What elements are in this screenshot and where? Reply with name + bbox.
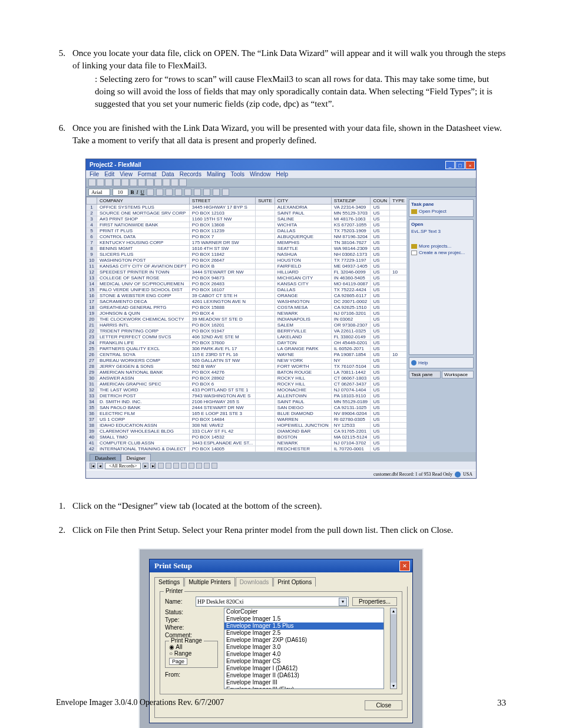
table-row[interactable]: 5PRINT IT PLUSPO BOX 11239DALLASTX 75203…	[87, 228, 407, 234]
table-row[interactable]: 28JERRY GEIGEN & SONS562 B WAYFORT WORTH…	[87, 364, 407, 370]
table-row[interactable]: 3A#3 PRINT SHOP1160 15TH ST NWSALINEMI 4…	[87, 216, 407, 222]
menu-file[interactable]: File	[90, 171, 99, 177]
table-row[interactable]: 30ANSWER ASSNPO BOX 28902ROCKY HILLCT 06…	[87, 375, 407, 381]
col-header[interactable]	[87, 197, 97, 205]
printer-option[interactable]: ColorCopier	[224, 608, 384, 615]
table-row[interactable]: 12SPEEDIEST PRINTER IN TOWN3444 STEWART …	[87, 269, 407, 275]
menu-records[interactable]: Records	[180, 171, 201, 177]
table-row[interactable]: 15PALO VERDE UNIFIED SCHOOL DISTPO BOX 1…	[87, 287, 407, 293]
menu-data[interactable]: Data	[162, 171, 174, 177]
nav-icon[interactable]	[189, 463, 194, 469]
toolbar-icon[interactable]	[175, 189, 182, 196]
table-row[interactable]: 17SACRAMENTO DECA4261 LEXINGTON AVE NWAS…	[87, 299, 407, 305]
col-header[interactable]: TYPE	[390, 197, 406, 205]
table-row[interactable]: 22TRIDENT PRINTING CORPPO BOX 91947BERRY…	[87, 328, 407, 334]
scrollbar[interactable]: ▴▾	[390, 608, 397, 689]
taskpane-tab[interactable]: Task pane	[409, 371, 441, 378]
printer-option[interactable]: Envelope Imager 2.5	[224, 630, 384, 637]
nav-icon[interactable]	[211, 463, 217, 469]
printer-option[interactable]: Envelope Imager 3.0	[224, 644, 384, 651]
nav-last[interactable]: ▸|	[150, 463, 156, 469]
toolbar-icon[interactable]	[113, 179, 121, 186]
dropdown-arrow-icon[interactable]: ▾	[339, 598, 347, 606]
menu-window[interactable]: Window	[250, 171, 271, 177]
toolbar-icon[interactable]	[184, 189, 191, 196]
toolbar-icon[interactable]	[121, 179, 129, 186]
table-row[interactable]: 11KANSAS CITY CITY OF AVIATION DEPTPO BO…	[87, 263, 407, 269]
printer-option[interactable]: Envelope Imager 1.5 Plus	[224, 622, 384, 630]
printer-option[interactable]: Envelope Imager II (DA613)	[224, 672, 384, 679]
table-row[interactable]: 19JOHNSON & QUINPO BOX 4NEWARKNJ 07106-3…	[87, 311, 407, 317]
toolbar-icon[interactable]	[222, 189, 229, 196]
datasheet-tab[interactable]: Datasheet	[90, 454, 121, 462]
table-row[interactable]: 14MEDICAL UNIV OF SC/PROCUREMENPO BOX 26…	[87, 281, 407, 287]
col-header[interactable]: SUITE	[256, 197, 275, 205]
more-projects[interactable]: More projects...	[411, 243, 471, 249]
toolbar-icon[interactable]	[105, 179, 113, 186]
toolbar-icon[interactable]	[156, 189, 163, 196]
col-header[interactable]: COUN	[371, 197, 390, 205]
recent-project[interactable]: EvL.SP Text 3	[411, 228, 471, 235]
table-row[interactable]: 39CLAREMONT WHOLESALE BLDG333 CLAY ST FL…	[87, 429, 407, 434]
nav-next[interactable]: ▸	[143, 463, 148, 469]
menu-help[interactable]: Help	[276, 171, 289, 177]
table-row[interactable]: 23LETTER PERFECT COMM SVCS406 32ND AVE S…	[87, 334, 407, 340]
close-button[interactable]: ×	[465, 161, 475, 169]
col-header[interactable]: STATEZIP	[331, 197, 371, 205]
table-row[interactable]: 27BUREAU WORKERS COMP926 GALLATIN ST NWN…	[87, 358, 407, 364]
datasheet-grid[interactable]: COMPANYSTREETSUITECITYSTATEZIPCOUNTYPE 1…	[86, 197, 406, 452]
nav-first[interactable]: |◂	[90, 463, 95, 469]
table-row[interactable]: 41COMPUTER CLUB ASSN3443 ESPLANADE AVE S…	[87, 440, 407, 446]
toolbar-icon[interactable]	[88, 179, 96, 186]
menubar[interactable]: File Edit View Format Data Records Maili…	[86, 170, 476, 178]
table-row[interactable]: 31AMERICAN GRAPHIC SPECPO BOX 6ROCKY HIL…	[87, 381, 407, 387]
table-row[interactable]: 10WASHINGTON POSTPO BOX 26647HOUSTONTX 7…	[87, 258, 407, 263]
table-row[interactable]: 1OFFICE SYSTEMS PLUS3445 HIGHWAY 17 BYP …	[87, 205, 407, 210]
italic-icon[interactable]: I	[137, 189, 138, 195]
nav-icon[interactable]	[204, 463, 210, 469]
toolbar-icon[interactable]	[147, 189, 154, 196]
record-selector[interactable]: <All Records>	[105, 463, 141, 469]
table-row[interactable]: 38IDAHO EDUCATION ASSN308 NE VAVE2HOPEWE…	[87, 423, 407, 429]
table-row[interactable]: 25PARTNERS QUALITY EXCL306 PARK AVE FL 1…	[87, 346, 407, 352]
menu-tools[interactable]: Tools	[231, 171, 244, 177]
table-row[interactable]: 20THE CLOCKWORK CHEMICAL SOCTY39 MEADOW …	[87, 317, 407, 322]
printer-option[interactable]: Envelope Imager CS	[224, 658, 384, 665]
create-project[interactable]: Create a new projec...	[411, 249, 471, 256]
designer-tab[interactable]: Designer	[121, 454, 151, 462]
menu-view[interactable]: View	[120, 171, 133, 177]
printer-option[interactable]: Envelope Imager III	[224, 679, 384, 686]
printer-option[interactable]: Envelope Imager 4.0	[224, 651, 384, 658]
underline-icon[interactable]: U	[141, 189, 145, 195]
tab-downloads[interactable]: Downloads	[236, 577, 273, 587]
nav-icon[interactable]	[158, 463, 164, 469]
table-row[interactable]: 9SLICERS PLUSPO BOX 11842NASHUANH 03062-…	[87, 252, 407, 258]
table-row[interactable]: 40SMALL TIMOPO BOX 14532BOSTONMA 02115-5…	[87, 434, 407, 440]
nav-icon[interactable]	[173, 463, 179, 469]
toolbar-icon[interactable]	[203, 189, 210, 196]
nav-prev[interactable]: ◂	[97, 463, 103, 469]
tab-print-options[interactable]: Print Options	[273, 577, 316, 587]
menu-edit[interactable]: Edit	[104, 171, 114, 177]
maximize-button[interactable]: □	[455, 161, 465, 169]
printer-dropdown-list[interactable]: ColorCopierEnvelope Imager 1.5Envelope I…	[224, 608, 384, 689]
table-row[interactable]: 18GREATHEAD GENERAL PRTGPO BOX 15888COST…	[87, 305, 407, 311]
table-row[interactable]: 29AMERICAN NATIONAL BANKPO BOX 44276BATO…	[87, 370, 407, 375]
page-input[interactable]: Page	[169, 658, 187, 665]
size-select[interactable]: 10	[113, 189, 128, 196]
toolbar-icon[interactable]	[130, 179, 137, 186]
font-select[interactable]: Arial	[88, 189, 110, 196]
nav-icon[interactable]	[166, 463, 171, 469]
table-row[interactable]: 32THE LAST WORD433 PORTLAND ST STE 1MOON…	[87, 387, 407, 393]
table-row[interactable]: 24FRANKLIN LIFEPO BOX 37600DAYTONOH 4544…	[87, 340, 407, 346]
table-row[interactable]: 16STONE & WEBSTER ENG CORP39 CABOT CT ST…	[87, 293, 407, 299]
table-row[interactable]: 33DIETRICH POST7943 WASHINGTON AVE SALLE…	[87, 393, 407, 399]
table-row[interactable]: 8BENINS MGMT1616 4TH ST SWSEATTLEWA 9814…	[87, 246, 407, 252]
table-row[interactable]: 21HARRIS INTLPO BOX 16201SALEMOR 97308-2…	[87, 322, 407, 328]
toolbar-icon[interactable]	[154, 179, 162, 186]
printer-option[interactable]: Envelope Imager 2XP (DA616)	[224, 637, 384, 644]
toolbar-icon[interactable]	[194, 189, 201, 196]
radio-all[interactable]: ◉	[169, 644, 176, 650]
toolbar-icon[interactable]	[97, 179, 104, 186]
minimize-button[interactable]: _	[445, 161, 455, 169]
